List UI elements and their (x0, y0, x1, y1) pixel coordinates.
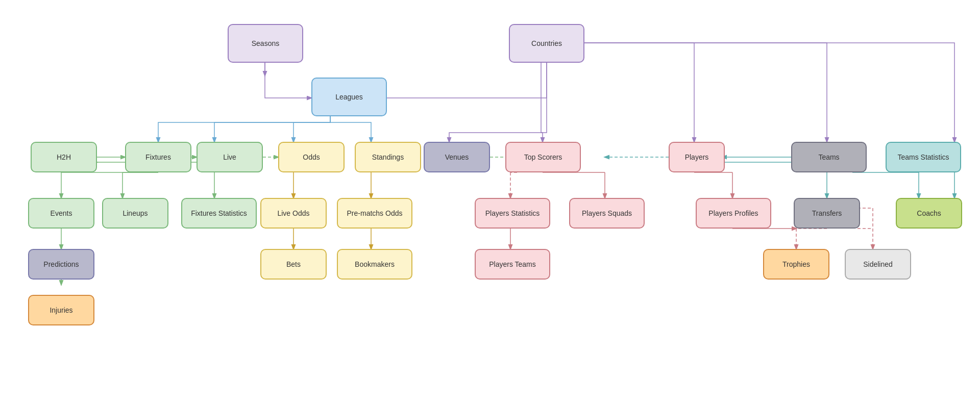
pre-match-odds-label: Pre-matchs Odds (347, 209, 403, 218)
h2h-label: H2H (57, 153, 71, 162)
live-node: Live (197, 142, 263, 172)
teams-statistics-label: Teams Statistics (897, 153, 949, 162)
venues-node: Venues (424, 142, 490, 172)
transfers-label: Transfers (812, 209, 842, 218)
events-label: Events (51, 209, 72, 218)
fixtures-node: Fixtures (125, 142, 191, 172)
injuries-node: Injuries (28, 295, 94, 325)
countries-label: Countries (531, 39, 562, 48)
coachs-label: Coachs (917, 209, 941, 218)
players-teams-node: Players Teams (475, 249, 550, 280)
seasons-node: Seasons (228, 24, 303, 63)
players-squads-node: Players Squads (569, 198, 645, 229)
top-scorers-label: Top Scorers (524, 153, 562, 162)
fixtures-statistics-node: Fixtures Statistics (181, 198, 257, 229)
players-statistics-node: Players Statistics (475, 198, 550, 229)
teams-statistics-node: Teams Statistics (886, 142, 961, 172)
events-node: Events (28, 198, 94, 229)
players-label: Players (685, 153, 709, 162)
players-node: Players (669, 142, 725, 172)
bookmakers-label: Bookmakers (355, 260, 395, 269)
teams-node: Teams (791, 142, 867, 172)
teams-label: Teams (818, 153, 839, 162)
live-odds-label: Live Odds (277, 209, 309, 218)
players-statistics-label: Players Statistics (485, 209, 540, 218)
venues-label: Venues (445, 153, 469, 162)
leagues-node: Leagues (311, 78, 387, 116)
predictions-node: Predictions (28, 249, 94, 280)
standings-node: Standings (355, 142, 421, 172)
top-scorers-node: Top Scorers (505, 142, 581, 172)
players-profiles-node: Players Profiles (696, 198, 771, 229)
trophies-label: Trophies (782, 260, 810, 269)
sidelined-label: Sidelined (863, 260, 893, 269)
odds-node: Odds (278, 142, 345, 172)
seasons-label: Seasons (252, 39, 279, 48)
injuries-label: Injuries (50, 306, 72, 315)
fixtures-label: Fixtures (145, 153, 171, 162)
fixtures-statistics-label: Fixtures Statistics (191, 209, 247, 218)
players-squads-label: Players Squads (582, 209, 632, 218)
predictions-label: Predictions (43, 260, 79, 269)
sidelined-node: Sidelined (845, 249, 911, 280)
players-profiles-label: Players Profiles (708, 209, 758, 218)
bets-node: Bets (260, 249, 327, 280)
h2h-node: H2H (31, 142, 97, 172)
pre-match-odds-node: Pre-matchs Odds (337, 198, 412, 229)
coachs-node: Coachs (896, 198, 962, 229)
live-label: Live (223, 153, 236, 162)
diagram: Seasons Countries Leagues H2H Fixtures L… (0, 0, 980, 404)
players-teams-label: Players Teams (489, 260, 536, 269)
live-odds-node: Live Odds (260, 198, 327, 229)
standings-label: Standings (372, 153, 404, 162)
odds-label: Odds (303, 153, 320, 162)
bets-label: Bets (286, 260, 301, 269)
trophies-node: Trophies (763, 249, 829, 280)
countries-node: Countries (509, 24, 584, 63)
lineups-node: Lineups (102, 198, 168, 229)
leagues-label: Leagues (335, 92, 363, 102)
transfers-node: Transfers (794, 198, 860, 229)
bookmakers-node: Bookmakers (337, 249, 412, 280)
lineups-label: Lineups (122, 209, 148, 218)
